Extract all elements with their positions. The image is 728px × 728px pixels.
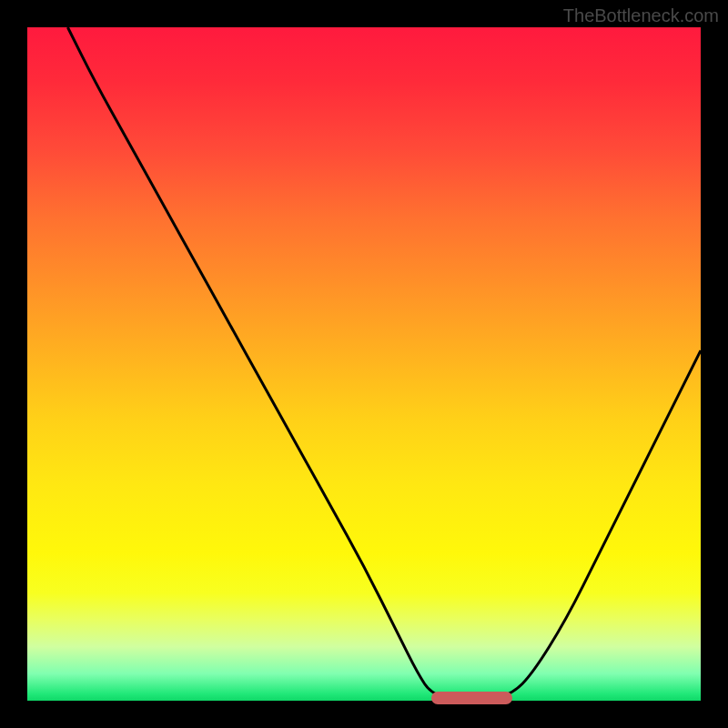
chart-plot-area [27, 27, 701, 701]
optimal-range-marker [431, 692, 512, 704]
chart-curve-svg [27, 27, 701, 701]
watermark-text: TheBottleneck.com [563, 5, 719, 26]
bottleneck-curve [67, 27, 701, 701]
